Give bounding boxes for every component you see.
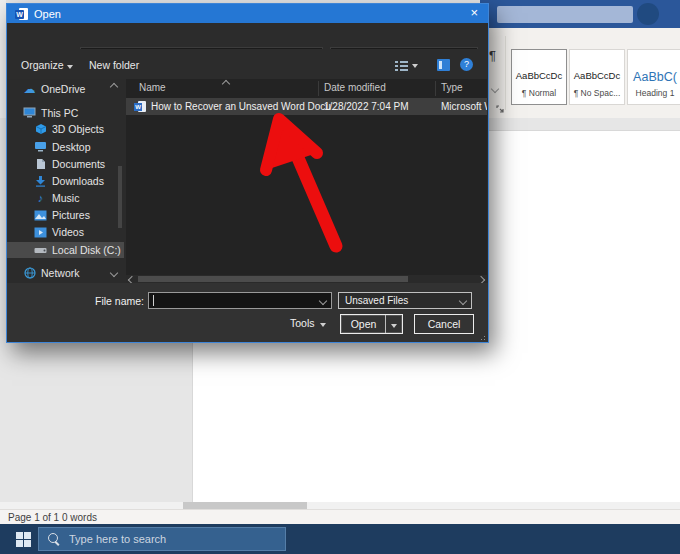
sidebar-item-label: Documents — [52, 158, 105, 170]
close-icon[interactable]: × — [470, 5, 478, 20]
dialog-titlebar: W Open × — [7, 4, 488, 23]
file-type: Microsoft Word — [441, 101, 487, 112]
style-no-spacing[interactable]: AaBbCcDc ¶ No Spac... — [569, 49, 625, 105]
search-icon — [48, 533, 60, 545]
sidebar-item-label: Local Disk (C:) — [52, 244, 121, 256]
start-button[interactable] — [10, 524, 36, 554]
word-count[interactable]: 0 words — [62, 512, 97, 523]
dialog-nav-bar: ← → ↑ « Office › UnsavedFiles — [7, 23, 488, 49]
sidebar-item-network[interactable]: Network — [7, 265, 124, 281]
preview-pane-button[interactable] — [437, 59, 450, 71]
style-normal[interactable]: AaBbCcDc ¶ Normal — [511, 49, 567, 105]
windows-logo-icon — [16, 532, 31, 547]
sidebar-item-local-disk-c[interactable]: Local Disk (C:) — [7, 242, 124, 258]
scroll-left-chevron-icon[interactable] — [128, 276, 136, 283]
change-view-button[interactable] — [395, 61, 408, 71]
download-arrow-icon — [34, 175, 47, 187]
column-header-name[interactable]: Name — [139, 82, 166, 93]
taskbar-search-input[interactable] — [67, 532, 271, 546]
desktop-icon — [34, 141, 47, 153]
word-account-avatar[interactable] — [637, 3, 659, 25]
resize-grip[interactable] — [478, 333, 485, 340]
dialog-launcher-icon[interactable] — [496, 105, 505, 114]
sidebar-item-downloads[interactable]: Downloads — [7, 173, 124, 189]
help-button[interactable]: ? — [460, 58, 473, 71]
sort-ascending-chevron-icon — [222, 80, 230, 88]
file-name-input[interactable] — [148, 292, 332, 309]
dialog-title: Open — [34, 8, 61, 20]
styles-gallery: AaBbCcDc ¶ Normal AaBbCcDc ¶ No Spac... … — [511, 49, 680, 105]
sidebar-item-label: Videos — [52, 226, 84, 238]
picture-icon — [34, 209, 47, 221]
page-count[interactable]: Page 1 of 1 — [8, 512, 59, 523]
sidebar-item-music[interactable]: ♪ Music — [7, 190, 124, 206]
cube-icon — [34, 123, 47, 135]
word-status-bar: Page 1 of 1 0 words — [0, 509, 680, 524]
file-name-label: File name: — [87, 295, 144, 307]
open-button[interactable]: Open — [340, 314, 403, 334]
word-titlebar — [480, 0, 680, 28]
sidebar-item-videos[interactable]: Videos — [7, 224, 124, 240]
column-header-type[interactable]: Type — [441, 82, 463, 93]
video-icon — [34, 226, 47, 238]
sidebar-item-onedrive[interactable]: ☁ OneDrive — [7, 81, 124, 97]
list-horizontal-scrollbar[interactable] — [126, 275, 487, 283]
scroll-right-chevron-icon[interactable] — [477, 276, 485, 283]
screen: ¶ AaBbCcDc ¶ Normal AaBbCcDc ¶ No Spac..… — [0, 0, 680, 554]
dialog-toolbar: Organize New folder ? — [7, 49, 488, 79]
network-globe-icon — [23, 267, 36, 279]
tools-button[interactable]: Tools — [290, 317, 326, 329]
new-folder-button[interactable]: New folder — [89, 59, 139, 71]
show-hide-pilcrow-button[interactable]: ¶ — [489, 48, 496, 63]
monitor-icon — [23, 107, 36, 119]
column-header-date-modified[interactable]: Date modified — [324, 82, 386, 93]
scrollbar-thumb[interactable] — [138, 276, 408, 282]
scrollbar-thumb[interactable] — [183, 502, 307, 509]
word-horizontal-scrollbar[interactable] — [0, 502, 680, 509]
view-dropdown-chevron-icon[interactable] — [412, 64, 418, 68]
red-arrow-annotation — [255, 110, 350, 255]
sidebar-item-this-pc[interactable]: This PC — [7, 105, 124, 121]
column-separator[interactable] — [318, 81, 319, 96]
sidebar-item-label: Network — [41, 267, 80, 279]
onedrive-cloud-icon: ☁ — [23, 83, 36, 95]
taskbar-search[interactable] — [38, 527, 286, 551]
style-label: Heading 1 — [636, 88, 675, 98]
document-icon — [34, 158, 47, 170]
sidebar-item-label: OneDrive — [41, 83, 85, 95]
word-titlebar-search[interactable] — [497, 6, 633, 23]
style-sample: AaBbCcDc — [574, 70, 620, 81]
word-app-icon: W — [15, 8, 28, 20]
sidebar-item-label: 3D Objects — [52, 123, 104, 135]
sidebar-item-label: Downloads — [52, 175, 104, 187]
ribbon-separator — [505, 36, 506, 110]
hard-drive-icon — [34, 244, 47, 256]
open-dropdown-arrow[interactable] — [385, 315, 402, 333]
style-sample: AaBbC( — [633, 70, 677, 84]
sidebar-item-label: Music — [52, 192, 79, 204]
open-button-label[interactable]: Open — [341, 315, 386, 333]
style-sample: AaBbCcDc — [516, 70, 562, 81]
column-separator[interactable] — [435, 81, 436, 96]
sidebar-item-label: This PC — [41, 107, 78, 119]
word-document-icon: W — [134, 101, 146, 112]
file-type-value: Unsaved Files — [345, 295, 408, 306]
sidebar-scrollbar-thumb[interactable] — [118, 166, 122, 228]
taskbar: ∞ — [0, 524, 680, 554]
sidebar-item-documents[interactable]: Documents — [7, 156, 124, 172]
sidebar-item-pictures[interactable]: Pictures — [7, 207, 124, 223]
file-name-dropdown-chevron-icon[interactable] — [319, 297, 327, 305]
file-type-select[interactable]: Unsaved Files — [338, 292, 472, 309]
style-label: ¶ No Spac... — [574, 88, 621, 98]
style-heading-1[interactable]: AaBbC( Heading 1 — [627, 49, 680, 105]
dialog-footer: File name: Unsaved Files Tools Open Canc… — [7, 283, 488, 342]
music-note-icon: ♪ — [34, 192, 47, 204]
sidebar-item-label: Pictures — [52, 209, 90, 221]
word-ribbon: ¶ AaBbCcDc ¶ Normal AaBbCcDc ¶ No Spac..… — [480, 28, 680, 119]
sidebar-item-3d-objects[interactable]: 3D Objects — [7, 121, 124, 137]
cancel-button[interactable]: Cancel — [414, 314, 474, 334]
style-label: ¶ Normal — [522, 88, 556, 98]
sidebar-item-desktop[interactable]: Desktop — [7, 139, 124, 155]
chevron-down-icon[interactable] — [491, 85, 499, 93]
organize-button[interactable]: Organize — [21, 59, 73, 71]
